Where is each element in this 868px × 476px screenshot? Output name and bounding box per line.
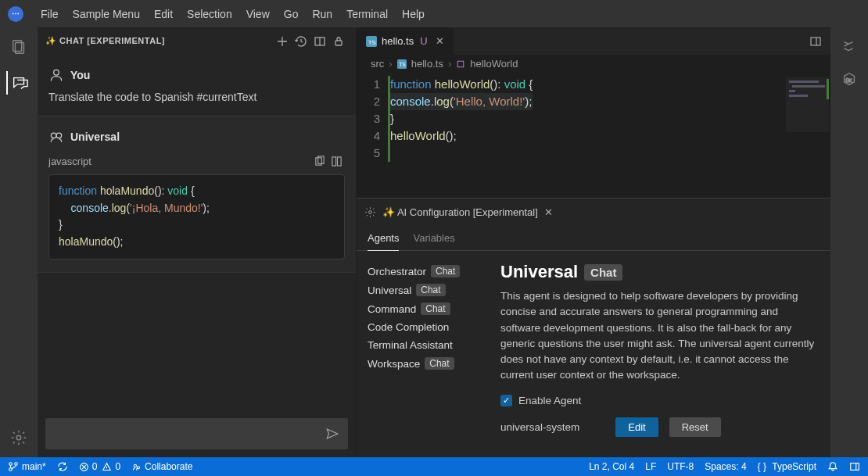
cursor-position[interactable]: Ln 2, Col 4 [589, 461, 634, 472]
layout-icon[interactable] [310, 32, 329, 51]
symbol-icon [456, 59, 465, 69]
svg-point-26 [9, 463, 13, 466]
svg-text:TS: TS [399, 62, 406, 67]
agent-row-universal[interactable]: UniversalChat [368, 281, 493, 299]
panel-close-icon[interactable]: ✕ [544, 206, 553, 218]
ts-file-icon: TS [397, 59, 407, 69]
agent-row-terminal-assistant[interactable]: Terminal Assistant [368, 336, 493, 354]
notifications-icon[interactable] [827, 461, 838, 472]
explorer-icon[interactable] [7, 35, 30, 59]
chat-panel: ✨ CHAT [EXPERIMENTAL] You Translate the … [38, 27, 357, 457]
hex-icon[interactable]: 0x [841, 71, 858, 88]
menu-edit[interactable]: Edit [154, 8, 173, 20]
agent-avatar-icon [48, 129, 64, 145]
chat-icon[interactable] [6, 71, 30, 95]
user-avatar-icon [48, 67, 64, 83]
system-prompt-label: universal-system [500, 421, 579, 433]
agent-detail-title: Universal [500, 262, 578, 282]
edit-button[interactable]: Edit [615, 417, 658, 437]
reset-button[interactable]: Reset [669, 417, 721, 437]
svg-rect-23 [827, 79, 829, 99]
ai-config-tabs: Agents Variables [357, 226, 830, 251]
menu-sample-menu[interactable]: Sample Menu [73, 8, 140, 20]
menu-view[interactable]: View [246, 8, 270, 20]
copy-code-icon[interactable] [310, 152, 328, 170]
menu-go[interactable]: Go [284, 8, 299, 20]
activity-bar [0, 27, 38, 457]
svg-text:0x: 0x [845, 77, 852, 84]
encoding[interactable]: UTF-8 [667, 461, 694, 472]
svg-rect-17 [457, 61, 464, 67]
tab-filename: hello.ts [382, 35, 414, 47]
code-language-label: javascript [48, 156, 91, 167]
enable-agent-label: Enable Agent [518, 395, 581, 406]
right-sidebar: 0x [830, 27, 868, 457]
menu-terminal[interactable]: Terminal [346, 8, 388, 20]
menu-run[interactable]: Run [312, 8, 332, 20]
ai-panel-title: ✨ AI Configuration [Experimental] [382, 206, 538, 218]
svg-rect-19 [789, 81, 819, 83]
agent-description: This agent is designed to help software … [500, 288, 820, 384]
agent-row-command[interactable]: CommandChat [368, 299, 493, 318]
editor-tabbar: TS hello.ts U ✕ [357, 27, 830, 55]
tab-close-icon[interactable]: ✕ [436, 35, 444, 47]
enable-agent-checkbox[interactable]: ✓ [500, 395, 512, 406]
collaborate[interactable]: Collaborate [131, 461, 192, 472]
chat-sender-you: You [70, 69, 90, 81]
agent-row-workspace[interactable]: WorkspaceChat [368, 354, 493, 373]
tab-modified-indicator: U [420, 35, 427, 47]
insert-code-icon[interactable] [328, 152, 345, 170]
statusbar: main* 0 0 Collaborate Ln 2, Col 4 LF UTF… [0, 457, 868, 476]
outline-icon[interactable] [841, 38, 858, 55]
svg-point-6 [51, 133, 56, 138]
send-icon[interactable] [325, 427, 339, 441]
chat-code-block: function holaMundo(): void { console.log… [48, 174, 345, 259]
layout-toggle-icon[interactable] [849, 461, 860, 472]
menubar: ⋯ FileSample MenuEditSelectionViewGoRunT… [0, 0, 868, 27]
errors-count[interactable]: 0 [79, 461, 98, 472]
svg-rect-32 [851, 463, 859, 471]
indent[interactable]: Spaces: 4 [705, 461, 746, 472]
warnings-count[interactable]: 0 [102, 461, 120, 472]
language-mode[interactable]: { } TypeScript [758, 461, 816, 472]
svg-rect-14 [811, 38, 820, 45]
editor-tab-hello[interactable]: TS hello.ts U ✕ [357, 27, 454, 55]
svg-rect-21 [789, 90, 795, 92]
agent-list: OrchestratorChatUniversalChatCommandChat… [368, 262, 493, 446]
svg-point-24 [369, 211, 372, 214]
svg-rect-10 [332, 156, 335, 165]
settings-gear-icon[interactable] [7, 426, 30, 449]
menu-file[interactable]: File [41, 8, 59, 20]
svg-rect-11 [337, 156, 341, 165]
menu-help[interactable]: Help [402, 8, 425, 20]
svg-text:TS: TS [368, 38, 376, 45]
split-editor-icon[interactable] [805, 31, 826, 52]
agent-row-orchestrator[interactable]: OrchestratorChat [368, 262, 493, 281]
ai-config-panel: ✨ AI Configuration [Experimental] ✕ Agen… [357, 198, 830, 457]
minimap[interactable] [786, 77, 829, 132]
app-logo: ⋯ [8, 6, 23, 22]
ts-file-icon: TS [366, 36, 377, 47]
panel-gear-icon[interactable] [364, 206, 376, 218]
agent-detail-badge: Chat [584, 264, 622, 281]
history-icon[interactable] [292, 32, 310, 51]
eol[interactable]: LF [645, 461, 656, 472]
tab-agents[interactable]: Agents [368, 226, 399, 251]
menu-selection[interactable]: Selection [187, 8, 232, 20]
code-editor[interactable]: 12345 function helloWorld(): void { cons… [357, 73, 830, 198]
agent-row-code-completion[interactable]: Code Completion [368, 318, 493, 336]
agent-detail: Universal Chat This agent is designed to… [500, 262, 820, 446]
chat-agent-message: Universal javascript function holaMundo(… [38, 116, 356, 273]
svg-point-7 [56, 133, 62, 138]
new-chat-icon[interactable] [273, 32, 292, 51]
svg-point-28 [15, 463, 18, 466]
tab-variables[interactable]: Variables [413, 226, 454, 250]
svg-point-2 [16, 435, 21, 440]
chat-input[interactable] [45, 418, 348, 449]
sync-icon[interactable] [57, 461, 68, 472]
svg-rect-20 [792, 85, 825, 88]
breadcrumb[interactable]: src› TS hello.ts› helloWorld [357, 55, 830, 73]
chat-user-message: You Translate the code to Spanish #curre… [38, 55, 356, 116]
lock-icon[interactable] [329, 32, 348, 51]
git-branch[interactable]: main* [8, 461, 46, 472]
